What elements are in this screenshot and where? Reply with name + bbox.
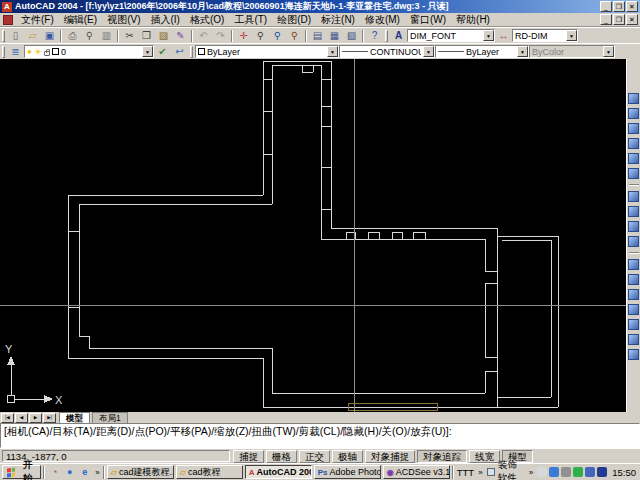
toggle-grid[interactable]: 栅格 [266, 450, 297, 463]
tab-scroll-first[interactable]: |◀ [1, 413, 14, 423]
render-statistics-icon[interactable] [628, 349, 639, 360]
tray-icon-volume[interactable] [537, 467, 547, 477]
task-autocad[interactable]: A AutoCAD 200... [245, 465, 312, 479]
drawing-area[interactable]: XY [0, 59, 640, 412]
menu-file[interactable]: 文件(F) [16, 13, 59, 26]
designcenter-icon[interactable]: ▦ [326, 29, 343, 43]
layer-previous-icon[interactable]: ↩ [171, 45, 188, 59]
chevron-down-icon[interactable]: ▼ [517, 46, 528, 57]
task-cad-folder[interactable]: ▱ cad教程 [176, 465, 243, 479]
menu-draw[interactable]: 绘图(D) [272, 13, 316, 26]
dim-style-icon[interactable]: ↔ [495, 29, 512, 43]
tab-scroll-next[interactable]: ▶ [29, 413, 42, 423]
save-icon[interactable]: ▣ [41, 29, 58, 43]
chevron-down-icon[interactable]: ▼ [566, 30, 577, 41]
language-indicator[interactable]: TTT [457, 467, 474, 478]
sphere-surface-icon[interactable] [628, 153, 639, 164]
plot-icon[interactable]: ⎙ [64, 29, 81, 43]
layer-color-swatch[interactable] [52, 48, 59, 55]
tab-scroll-prev[interactable]: ◀ [15, 413, 28, 423]
command-line-window[interactable]: [相机(CA)/目标(TA)/距离(D)/点(PO)/平移(PA)/缩放(Z)/… [0, 423, 640, 448]
mdi-restore-button[interactable]: ❐ [613, 14, 625, 25]
toggle-ortho[interactable]: 正交 [299, 450, 330, 463]
cone-surface-icon[interactable] [628, 138, 639, 149]
task-acdsee[interactable]: ◉ ACDSee v3.1... [383, 465, 450, 479]
wedge-surface-icon[interactable] [628, 108, 639, 119]
paste-icon[interactable]: ▨ [155, 29, 172, 43]
chevron-down-icon[interactable]: ▼ [483, 30, 494, 41]
dim-style-combo[interactable]: RD-DIM ▼ [512, 29, 578, 42]
color-control-combo[interactable]: ByLayer ▼ [195, 45, 339, 58]
zoom-previous-icon[interactable]: ⚲ [286, 29, 303, 43]
redo-icon[interactable]: ↷ [212, 29, 229, 43]
quick-launch-overflow-chevron[interactable]: » [94, 468, 100, 477]
zoom-realtime-icon[interactable]: ⚲ [252, 29, 269, 43]
menu-modify[interactable]: 修改(M) [360, 13, 405, 26]
toolbar-grip[interactable] [190, 46, 193, 58]
restore-button[interactable]: ❐ [613, 1, 625, 12]
layer-lock-icon[interactable] [44, 51, 50, 56]
torus-surface-icon[interactable] [628, 191, 639, 202]
dome-surface-icon[interactable] [628, 168, 639, 179]
menu-format[interactable]: 格式(O) [185, 13, 229, 26]
deco-overflow-chevron[interactable]: » [528, 468, 534, 477]
tab-scroll-last[interactable]: ▶| [43, 413, 56, 423]
tab-layout1[interactable]: 布局1 [92, 412, 128, 423]
new-icon[interactable]: ▯ [7, 29, 24, 43]
menu-help[interactable]: 帮助(H) [451, 13, 495, 26]
text-style-icon[interactable]: A [390, 29, 407, 43]
materials-icon[interactable] [628, 304, 639, 315]
menu-edit[interactable]: 编辑(E) [59, 13, 102, 26]
chevron-down-icon[interactable]: ▼ [142, 46, 153, 57]
quicklaunch-ie-icon[interactable]: e [77, 466, 92, 479]
publish-icon[interactable]: ▥ [98, 29, 115, 43]
menu-tools[interactable]: 工具(T) [229, 13, 272, 26]
menu-dimension[interactable]: 标注(N) [316, 13, 360, 26]
layer-combo[interactable]: ● ☀ 0 ▼ [24, 45, 154, 58]
mapping-icon[interactable] [628, 319, 639, 330]
mesh-surface-icon[interactable] [628, 206, 639, 217]
pyramid-surface-icon[interactable] [628, 123, 639, 134]
mdi-close-button[interactable]: ✕ [626, 14, 638, 25]
tray-icon-flashget[interactable] [573, 467, 583, 477]
menu-insert[interactable]: 插入(I) [145, 13, 184, 26]
toggle-osnap[interactable]: 对象捕捉 [365, 450, 415, 463]
tray-icon-ime[interactable] [597, 467, 607, 477]
tab-model[interactable]: 模型 [59, 412, 90, 423]
toolbar-grip[interactable] [2, 30, 5, 42]
match-properties-icon[interactable]: ✎ [172, 29, 189, 43]
tray-icon-antivirus[interactable] [585, 467, 595, 477]
plot-preview-icon[interactable]: ⚲ [81, 29, 98, 43]
revolved-surface-icon[interactable] [628, 221, 639, 232]
mdi-minimize-button[interactable]: _ [600, 14, 612, 25]
open-icon[interactable]: ▱ [24, 29, 41, 43]
lineweight-control-combo[interactable]: ByLayer ▼ [435, 45, 529, 58]
menu-window[interactable]: 窗口(W) [405, 13, 451, 26]
tray-icon-messenger[interactable] [549, 467, 559, 477]
render-icon[interactable] [628, 259, 639, 270]
task-cad-modeling-folder[interactable]: ▱ cad建模教程... [107, 465, 174, 479]
properties-icon[interactable]: ▤ [309, 29, 326, 43]
extruded-surface-icon[interactable] [628, 236, 639, 247]
box-surface-icon[interactable] [628, 93, 639, 104]
lights-icon[interactable] [628, 289, 639, 300]
start-button[interactable]: 开始 [2, 465, 41, 479]
pan-realtime-icon[interactable]: ✛ [235, 29, 252, 43]
make-object-layer-current-icon[interactable]: ✔ [154, 45, 171, 59]
layer-properties-manager-icon[interactable]: ≣ [7, 45, 24, 59]
toolbar-grip[interactable] [385, 30, 388, 42]
chevron-down-icon[interactable]: ▼ [423, 46, 434, 57]
copy-icon[interactable]: ❐ [138, 29, 155, 43]
text-style-combo[interactable]: DIM_FONT ▼ [407, 29, 495, 42]
toggle-snap[interactable]: 捕捉 [233, 450, 264, 463]
zoom-window-icon[interactable]: ⚲ [269, 29, 286, 43]
language-overflow-chevron[interactable]: » [477, 468, 483, 477]
layer-on-bulb-icon[interactable]: ● [27, 47, 32, 56]
layer-freeze-sun-icon[interactable]: ☀ [34, 47, 42, 57]
undo-icon[interactable]: ↶ [195, 29, 212, 43]
menu-view[interactable]: 视图(V) [102, 13, 145, 26]
chevron-down-icon[interactable]: ▼ [327, 46, 338, 57]
deco-toolbar-label[interactable]: 装饰软件 [498, 459, 525, 480]
cut-icon[interactable]: ✂ [121, 29, 138, 43]
tool-palettes-icon[interactable]: ▧ [343, 29, 360, 43]
